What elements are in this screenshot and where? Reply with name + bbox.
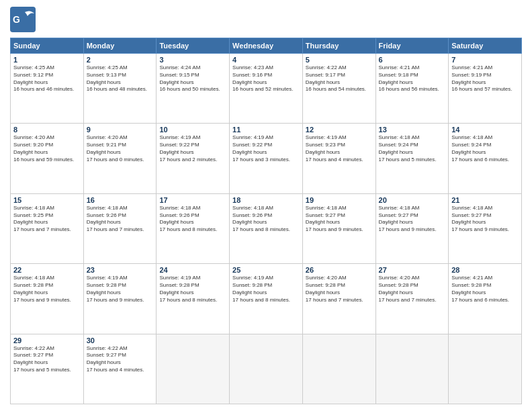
day-number: 24 — [159, 266, 226, 274]
day-number: 16 — [87, 196, 154, 204]
calendar-cell: 7Sunrise: 4:21 AMSunset: 9:19 PMDaylight… — [449, 54, 522, 124]
day-number: 4 — [232, 56, 300, 64]
calendar-cell: 23Sunrise: 4:19 AMSunset: 9:28 PMDayligh… — [83, 264, 157, 334]
calendar-cell: 25Sunrise: 4:19 AMSunset: 9:28 PMDayligh… — [230, 264, 303, 334]
day-info: Sunrise: 4:22 AMSunset: 9:17 PMDaylight … — [306, 64, 373, 93]
day-info: Sunrise: 4:18 AMSunset: 9:26 PMDaylight … — [232, 205, 300, 234]
day-number: 26 — [306, 266, 373, 274]
day-number: 20 — [379, 196, 446, 204]
day-info: Sunrise: 4:18 AMSunset: 9:25 PMDaylight … — [13, 205, 81, 234]
day-info: Sunrise: 4:22 AMSunset: 9:27 PMDaylight … — [13, 345, 81, 374]
day-number: 30 — [87, 336, 154, 345]
day-number: 28 — [451, 266, 519, 274]
calendar-week-3: 22Sunrise: 4:18 AMSunset: 9:28 PMDayligh… — [11, 264, 522, 334]
day-header-saturday: Saturday — [449, 38, 522, 54]
day-info: Sunrise: 4:19 AMSunset: 9:28 PMDaylight … — [232, 275, 300, 304]
day-info: Sunrise: 4:18 AMSunset: 9:24 PMDaylight … — [379, 134, 446, 163]
day-info: Sunrise: 4:19 AMSunset: 9:28 PMDaylight … — [87, 275, 154, 304]
day-info: Sunrise: 4:18 AMSunset: 9:27 PMDaylight … — [306, 205, 373, 234]
day-header-thursday: Thursday — [302, 38, 375, 54]
day-info: Sunrise: 4:20 AMSunset: 9:20 PMDaylight … — [13, 134, 81, 163]
day-number: 5 — [306, 56, 373, 64]
day-number: 3 — [159, 56, 226, 64]
day-info: Sunrise: 4:25 AMSunset: 9:13 PMDaylight … — [87, 64, 154, 93]
day-number: 19 — [306, 196, 373, 204]
day-number: 23 — [87, 266, 154, 274]
day-info: Sunrise: 4:21 AMSunset: 9:18 PMDaylight … — [379, 64, 446, 93]
calendar-week-2: 15Sunrise: 4:18 AMSunset: 9:25 PMDayligh… — [11, 193, 522, 263]
day-info: Sunrise: 4:20 AMSunset: 9:28 PMDaylight … — [306, 275, 373, 304]
day-header-sunday: Sunday — [11, 38, 84, 54]
calendar-cell: 22Sunrise: 4:18 AMSunset: 9:28 PMDayligh… — [11, 264, 84, 334]
day-header-friday: Friday — [375, 38, 449, 54]
calendar-week-0: 1Sunrise: 4:25 AMSunset: 9:12 PMDaylight… — [11, 54, 522, 124]
day-number: 18 — [232, 196, 300, 204]
day-info: Sunrise: 4:23 AMSunset: 9:16 PMDaylight … — [232, 64, 300, 93]
day-info: Sunrise: 4:18 AMSunset: 9:26 PMDaylight … — [87, 205, 154, 234]
calendar-cell: 20Sunrise: 4:18 AMSunset: 9:27 PMDayligh… — [375, 193, 449, 263]
calendar-week-1: 8Sunrise: 4:20 AMSunset: 9:20 PMDaylight… — [11, 124, 522, 193]
day-number: 11 — [232, 126, 300, 134]
calendar-cell: 30Sunrise: 4:22 AMSunset: 9:27 PMDayligh… — [83, 334, 157, 404]
calendar-cell — [157, 334, 230, 404]
day-number: 6 — [379, 56, 446, 64]
day-info: Sunrise: 4:19 AMSunset: 9:22 PMDaylight … — [232, 134, 300, 163]
calendar-cell: 9Sunrise: 4:20 AMSunset: 9:21 PMDaylight… — [83, 124, 157, 193]
day-info: Sunrise: 4:19 AMSunset: 9:23 PMDaylight … — [306, 134, 373, 163]
day-number: 25 — [232, 266, 300, 274]
calendar-cell: 14Sunrise: 4:18 AMSunset: 9:24 PMDayligh… — [449, 124, 522, 193]
day-info: Sunrise: 4:18 AMSunset: 9:26 PMDaylight … — [159, 205, 226, 234]
day-number: 7 — [451, 56, 519, 64]
calendar-cell: 18Sunrise: 4:18 AMSunset: 9:26 PMDayligh… — [230, 193, 303, 263]
calendar-cell: 29Sunrise: 4:22 AMSunset: 9:27 PMDayligh… — [11, 334, 84, 404]
day-number: 12 — [306, 126, 373, 134]
calendar-cell — [375, 334, 449, 404]
day-info: Sunrise: 4:18 AMSunset: 9:28 PMDaylight … — [13, 275, 81, 304]
day-number: 15 — [13, 196, 81, 204]
day-number: 14 — [451, 126, 519, 134]
day-number: 9 — [87, 126, 154, 134]
calendar-cell: 5Sunrise: 4:22 AMSunset: 9:17 PMDaylight… — [302, 54, 375, 124]
day-info: Sunrise: 4:21 AMSunset: 9:19 PMDaylight … — [451, 64, 519, 93]
calendar-cell — [302, 334, 375, 404]
calendar-cell — [230, 334, 303, 404]
header: G — [10, 7, 522, 32]
day-number: 17 — [159, 196, 226, 204]
day-number: 21 — [451, 196, 519, 204]
calendar-cell: 8Sunrise: 4:20 AMSunset: 9:20 PMDaylight… — [11, 124, 84, 193]
day-info: Sunrise: 4:21 AMSunset: 9:28 PMDaylight … — [451, 275, 519, 304]
calendar-cell: 28Sunrise: 4:21 AMSunset: 9:28 PMDayligh… — [449, 264, 522, 334]
day-info: Sunrise: 4:19 AMSunset: 9:22 PMDaylight … — [159, 134, 226, 163]
calendar-cell: 27Sunrise: 4:20 AMSunset: 9:28 PMDayligh… — [375, 264, 449, 334]
day-info: Sunrise: 4:22 AMSunset: 9:27 PMDaylight … — [87, 345, 154, 374]
calendar-cell: 24Sunrise: 4:19 AMSunset: 9:28 PMDayligh… — [157, 264, 230, 334]
day-header-wednesday: Wednesday — [230, 38, 303, 54]
calendar-week-4: 29Sunrise: 4:22 AMSunset: 9:27 PMDayligh… — [11, 334, 522, 404]
day-info: Sunrise: 4:18 AMSunset: 9:24 PMDaylight … — [451, 134, 519, 163]
day-info: Sunrise: 4:20 AMSunset: 9:21 PMDaylight … — [87, 134, 154, 163]
calendar-cell: 12Sunrise: 4:19 AMSunset: 9:23 PMDayligh… — [302, 124, 375, 193]
calendar-cell: 1Sunrise: 4:25 AMSunset: 9:12 PMDaylight… — [11, 54, 84, 124]
day-info: Sunrise: 4:20 AMSunset: 9:28 PMDaylight … — [379, 275, 446, 304]
calendar-cell: 6Sunrise: 4:21 AMSunset: 9:18 PMDaylight… — [375, 54, 449, 124]
calendar-cell: 3Sunrise: 4:24 AMSunset: 9:15 PMDaylight… — [157, 54, 230, 124]
calendar-cell: 17Sunrise: 4:18 AMSunset: 9:26 PMDayligh… — [157, 193, 230, 263]
calendar-cell: 11Sunrise: 4:19 AMSunset: 9:22 PMDayligh… — [230, 124, 303, 193]
day-header-monday: Monday — [83, 38, 157, 54]
calendar-table: SundayMondayTuesdayWednesdayThursdayFrid… — [10, 38, 522, 404]
calendar-cell: 15Sunrise: 4:18 AMSunset: 9:25 PMDayligh… — [11, 193, 84, 263]
day-number: 27 — [379, 266, 446, 274]
calendar-cell: 13Sunrise: 4:18 AMSunset: 9:24 PMDayligh… — [375, 124, 449, 193]
day-info: Sunrise: 4:18 AMSunset: 9:27 PMDaylight … — [451, 205, 519, 234]
day-number: 22 — [13, 266, 81, 274]
day-number: 29 — [13, 336, 81, 345]
day-info: Sunrise: 4:24 AMSunset: 9:15 PMDaylight … — [159, 64, 226, 93]
calendar-cell: 4Sunrise: 4:23 AMSunset: 9:16 PMDaylight… — [230, 54, 303, 124]
day-number: 13 — [379, 126, 446, 134]
calendar-cell: 21Sunrise: 4:18 AMSunset: 9:27 PMDayligh… — [449, 193, 522, 263]
calendar-cell: 16Sunrise: 4:18 AMSunset: 9:26 PMDayligh… — [83, 193, 157, 263]
calendar-cell: 10Sunrise: 4:19 AMSunset: 9:22 PMDayligh… — [157, 124, 230, 193]
day-number: 10 — [159, 126, 226, 134]
day-info: Sunrise: 4:18 AMSunset: 9:27 PMDaylight … — [379, 205, 446, 234]
svg-text:G: G — [13, 14, 20, 25]
